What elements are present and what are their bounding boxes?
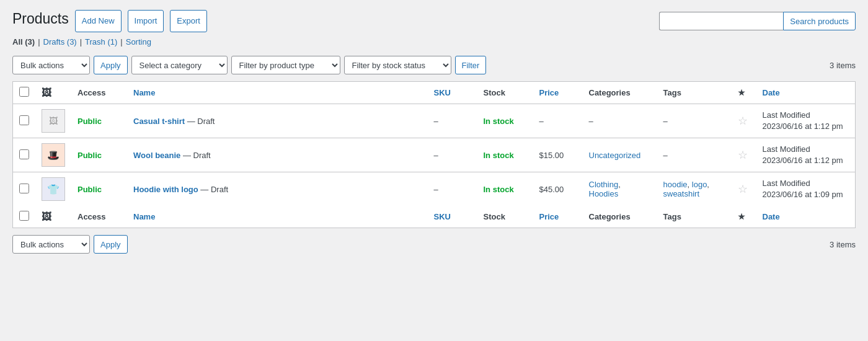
apply-button-bottom[interactable]: Apply bbox=[94, 235, 128, 254]
row-checkbox[interactable] bbox=[19, 184, 29, 193]
table-footer-row: 🖼 Access Name SKU Stock Price Categories… bbox=[13, 206, 856, 228]
nav-trash[interactable]: Trash (1) bbox=[85, 37, 117, 46]
header-featured-col: ★ bbox=[732, 82, 756, 104]
product-name-link[interactable]: Hoodie with logo bbox=[133, 185, 198, 194]
product-thumbnail: 🎩 bbox=[42, 143, 65, 167]
row-categories-cell: Uncategorized bbox=[583, 138, 657, 172]
row-access-cell: Public bbox=[71, 172, 127, 206]
footer-checkbox-col bbox=[13, 206, 36, 228]
nav-sorting[interactable]: Sorting bbox=[126, 37, 151, 46]
nav-all[interactable]: All (3) bbox=[12, 37, 35, 46]
add-new-button[interactable]: Add New bbox=[75, 10, 122, 32]
row-name-cell: Casual t-shirt — Draft bbox=[127, 104, 428, 138]
date-value: 2023/06/16 at 1:12 pm bbox=[763, 122, 843, 131]
footer-access-col: Access bbox=[71, 206, 127, 228]
header-access-col: Access bbox=[71, 82, 127, 104]
product-date: Last Modified 2023/06/16 at 1:12 pm bbox=[763, 144, 849, 166]
row-price-cell: $45.00 bbox=[533, 172, 583, 206]
filter-button[interactable]: Filter bbox=[455, 56, 487, 74]
row-sku-cell: – bbox=[428, 138, 477, 172]
header-stock-col: Stock bbox=[477, 82, 533, 104]
category-select[interactable]: Select a category bbox=[131, 56, 228, 74]
footer-featured-col: ★ bbox=[732, 206, 756, 228]
row-checkbox[interactable] bbox=[19, 115, 29, 125]
product-thumbnail: 🖼 bbox=[42, 109, 65, 133]
header-thumb-col: 🖼 bbox=[35, 82, 71, 104]
footer-name-col[interactable]: Name bbox=[127, 206, 428, 228]
date-value: 2023/06/16 at 1:09 pm bbox=[763, 190, 843, 199]
tag-link[interactable]: hoodie bbox=[663, 180, 688, 189]
no-tags: – bbox=[663, 117, 668, 126]
select-all-checkbox-bottom[interactable] bbox=[19, 211, 29, 221]
tag-link[interactable]: sweatshirt bbox=[663, 189, 700, 198]
product-name-link[interactable]: Casual t-shirt bbox=[133, 117, 185, 126]
featured-star-icon[interactable]: ☆ bbox=[738, 115, 748, 127]
row-price-cell: $15.00 bbox=[533, 138, 583, 172]
access-status: Public bbox=[78, 185, 102, 194]
row-sku-cell: – bbox=[428, 104, 477, 138]
row-checkbox[interactable] bbox=[19, 149, 29, 159]
header-checkbox-col bbox=[13, 82, 36, 104]
access-status: Public bbox=[78, 117, 102, 126]
tag-link[interactable]: logo bbox=[692, 180, 707, 189]
products-table: 🖼 Access Name SKU Stock Price Categories… bbox=[12, 81, 856, 228]
select-all-checkbox-top[interactable] bbox=[19, 87, 29, 97]
footer-date-col[interactable]: Date bbox=[756, 206, 856, 228]
search-input[interactable] bbox=[659, 12, 783, 30]
row-checkbox-cell bbox=[13, 172, 36, 206]
sub-navigation: All (3) | Drafts (3) | Trash (1) | Sorti… bbox=[12, 37, 856, 46]
header-tags-col: Tags bbox=[657, 82, 732, 104]
product-sku: – bbox=[434, 117, 438, 126]
row-access-cell: Public bbox=[71, 138, 127, 172]
row-name-cell: Hoodie with logo — Draft bbox=[127, 172, 428, 206]
row-name-cell: Wool beanie — Draft bbox=[127, 138, 428, 172]
export-button[interactable]: Export bbox=[170, 10, 207, 32]
product-sku: – bbox=[434, 185, 438, 194]
bulk-actions-select-top[interactable]: Bulk actions bbox=[12, 56, 90, 74]
product-sku: – bbox=[434, 151, 438, 160]
row-date-cell: Last Modified 2023/06/16 at 1:09 pm bbox=[756, 172, 856, 206]
product-price: $45.00 bbox=[539, 185, 564, 194]
top-items-count: 3 items bbox=[830, 61, 856, 70]
nav-drafts[interactable]: Drafts (3) bbox=[43, 37, 77, 46]
row-access-cell: Public bbox=[71, 104, 127, 138]
row-thumb-cell: 🖼 bbox=[35, 104, 71, 138]
product-name-link[interactable]: Wool beanie bbox=[133, 151, 180, 160]
table-row: 🎩 Public Wool beanie — Draft – In stock … bbox=[13, 138, 856, 172]
footer-tags-col: Tags bbox=[657, 206, 732, 228]
row-tags-cell: hoodie, logo, sweatshirt bbox=[657, 172, 732, 206]
row-stock-cell: In stock bbox=[477, 104, 533, 138]
header-date-col[interactable]: Date bbox=[756, 82, 856, 104]
apply-button-top[interactable]: Apply bbox=[94, 56, 128, 74]
row-checkbox-cell bbox=[13, 138, 36, 172]
featured-star-icon[interactable]: ☆ bbox=[738, 183, 748, 195]
product-status-label: — Draft bbox=[200, 185, 228, 194]
date-label: Last Modified bbox=[763, 144, 810, 154]
import-button[interactable]: Import bbox=[128, 10, 164, 32]
bottom-tablenav: Bulk actions Apply 3 items bbox=[12, 232, 856, 257]
footer-price-col[interactable]: Price bbox=[533, 206, 583, 228]
featured-star-icon[interactable]: ☆ bbox=[738, 149, 748, 161]
page-title: Products bbox=[12, 10, 69, 29]
footer-sku-col[interactable]: SKU bbox=[428, 206, 477, 228]
table-row: 🖼 Public Casual t-shirt — Draft – In sto… bbox=[13, 104, 856, 138]
category-link[interactable]: Uncategorized bbox=[589, 151, 641, 160]
product-price: $15.00 bbox=[539, 151, 564, 160]
search-products-button[interactable]: Search products bbox=[783, 12, 856, 30]
footer-stock-col: Stock bbox=[477, 206, 533, 228]
row-stock-cell: In stock bbox=[477, 172, 533, 206]
row-price-cell: – bbox=[533, 104, 583, 138]
category-link[interactable]: Clothing bbox=[589, 180, 619, 189]
header-name-col[interactable]: Name bbox=[127, 82, 428, 104]
row-featured-cell: ☆ bbox=[732, 172, 756, 206]
no-tags: – bbox=[663, 151, 668, 160]
bottom-tablenav-left: Bulk actions Apply bbox=[12, 235, 128, 254]
bulk-actions-select-bottom[interactable]: Bulk actions bbox=[12, 235, 90, 254]
date-value: 2023/06/16 at 1:12 pm bbox=[763, 156, 843, 165]
header-price-col[interactable]: Price bbox=[533, 82, 583, 104]
stock-status-select[interactable]: Filter by stock status bbox=[344, 56, 451, 74]
table-header-row: 🖼 Access Name SKU Stock Price Categories… bbox=[13, 82, 856, 104]
header-sku-col[interactable]: SKU bbox=[428, 82, 477, 104]
category-link[interactable]: Hoodies bbox=[589, 189, 619, 198]
product-type-select[interactable]: Filter by product type bbox=[231, 56, 340, 74]
